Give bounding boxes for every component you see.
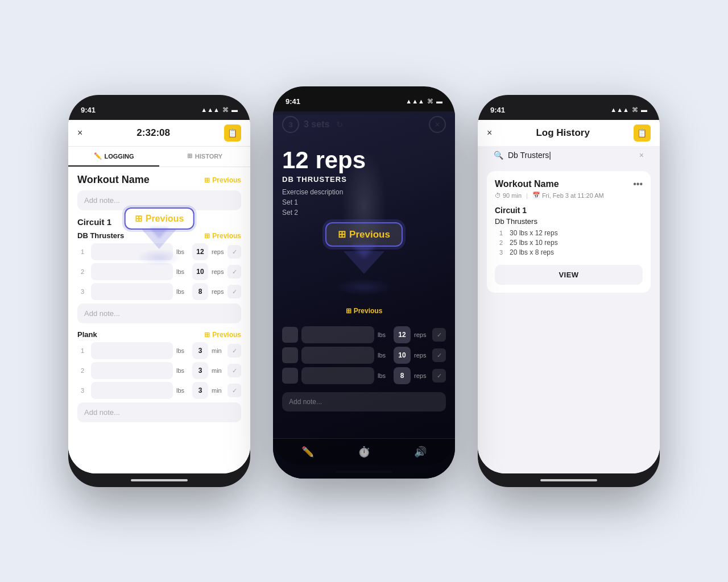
set-indicator <box>282 347 298 363</box>
reps-value-2: 8 <box>394 367 411 384</box>
set-number: 2 <box>77 268 88 275</box>
db-thrusters-add-note[interactable]: Add note... <box>77 304 241 323</box>
grid-icon-small: ⊞ <box>204 176 210 184</box>
check-button-2[interactable]: ✓ <box>432 328 446 342</box>
weight-input[interactable] <box>91 362 173 379</box>
calendar-icon: 📅 <box>532 192 540 199</box>
table-row: 2 lbs 3 min ✓ <box>77 362 241 379</box>
reps-label: 12 reps <box>282 147 446 174</box>
phone-3-header: × Log History 📋 <box>478 120 660 146</box>
table-row: lbs 10 reps ✓ <box>282 347 446 364</box>
log-icon-button[interactable]: 📋 <box>224 124 241 142</box>
menu-dots-button[interactable]: ••• <box>633 179 643 189</box>
phone-2-bottom-bar: ✏️ ⏱️ 🔊 <box>273 438 455 465</box>
phone-2-highlighted-previous-button[interactable]: ⊞ Previous <box>325 222 403 247</box>
phone-2-secondary-previous-label: Previous <box>354 307 383 315</box>
phone-1-time: 9:41 <box>81 106 96 114</box>
unit-reps-2: reps <box>414 352 429 359</box>
exercise-plank-name: Plank <box>77 330 97 339</box>
check-button-2[interactable]: ✓ <box>432 348 446 362</box>
unit-lbs: lbs <box>176 367 189 374</box>
log-icon: 📋 <box>228 128 237 138</box>
close-button-3[interactable]: × <box>487 128 492 138</box>
grid-icon-ex2: ⊞ <box>204 331 210 339</box>
log-icon-3: 📋 <box>637 128 647 138</box>
search-bar[interactable]: 🔍 Db Trusters| × <box>487 146 651 164</box>
exercise-description: Exercise description Set 1 Set 2 <box>282 187 446 218</box>
phone-2-secondary-previous-button[interactable]: ⊞ Previous <box>346 307 383 315</box>
check-button[interactable]: ✓ <box>228 285 241 298</box>
phone-2-content: 12 reps DB THRUSTERS Exercise descriptio… <box>273 138 455 438</box>
unit-lbs-2: lbs <box>378 331 390 338</box>
plank-sets: 1 lbs 3 min ✓ 2 lbs 3 min ✓ <box>77 342 241 399</box>
battery-icon: ▬ <box>231 106 238 113</box>
unit-lbs: lbs <box>176 387 189 394</box>
check-button[interactable]: ✓ <box>228 245 241 259</box>
phone-2-notch <box>330 86 398 102</box>
reps-value: 3 <box>192 342 208 359</box>
plank-add-note[interactable]: Add note... <box>77 402 241 422</box>
phone-1-previous-label: Previous <box>146 214 184 224</box>
reps-value: 8 <box>192 283 208 300</box>
weight-input[interactable] <box>91 283 173 300</box>
workout-previous-button[interactable]: ⊞ Previous <box>204 176 241 184</box>
phone-3-status-icons: ▲▲▲ ⌘ ▬ <box>610 106 647 114</box>
search-clear-button[interactable]: × <box>639 151 644 160</box>
reps-value-2: 10 <box>394 347 411 364</box>
card-header: Workout Name ••• <box>495 179 643 189</box>
tab-history[interactable]: ⊞ HISTORY <box>159 147 250 167</box>
check-button[interactable]: ✓ <box>228 384 241 397</box>
unit-lbs-2: lbs <box>378 352 390 359</box>
wifi-icon-2: ⌘ <box>427 98 433 105</box>
volume-icon[interactable]: 🔊 <box>414 446 427 458</box>
unit-lbs: lbs <box>176 347 189 354</box>
meta-divider: | <box>526 192 528 199</box>
exercise-plank-header: Plank ⊞ Previous <box>77 330 241 339</box>
log-history-card: Workout Name ••• ⏱ 90 min | 📅 Fri, Feb 3… <box>487 171 651 293</box>
check-button-2[interactable]: ✓ <box>432 369 446 383</box>
unit-lbs-2: lbs <box>378 372 390 379</box>
unit-reps-2: reps <box>414 331 429 338</box>
grid-icon: ⊞ <box>187 152 192 160</box>
tab-logging[interactable]: ✏️ LOGGING <box>68 147 159 167</box>
search-input-value[interactable]: Db Trusters| <box>508 151 635 160</box>
grid-icon-highlight-2: ⊞ <box>338 228 346 240</box>
weight-input[interactable] <box>91 342 173 359</box>
grid-icon-highlight: ⊞ <box>135 213 142 224</box>
reps-value: 10 <box>192 263 208 280</box>
plank-previous-button[interactable]: ⊞ Previous <box>204 331 241 339</box>
reps-value: 12 <box>192 243 208 260</box>
set-number: 3 <box>77 387 88 394</box>
phone-2-screen: 3 3 sets ↻ × 12 reps DB THRUSTERS Exerci… <box>273 111 455 465</box>
phone-2-time: 9:41 <box>286 97 300 106</box>
set-detail: 25 lbs x 10 reps <box>510 239 558 247</box>
edit-icon[interactable]: ✏️ <box>301 446 314 458</box>
weight-input-2[interactable] <box>301 326 374 343</box>
search-icon: 🔍 <box>494 151 503 160</box>
desc-line-2: Set 1 <box>282 198 298 206</box>
timer-icon[interactable]: ⏱️ <box>358 446 370 458</box>
tab-logging-label: LOGGING <box>105 153 134 160</box>
close-button[interactable]: × <box>77 128 82 138</box>
signal-icon-2: ▲▲▲ <box>406 98 424 105</box>
battery-icon-3: ▬ <box>641 106 647 113</box>
log-history-title: Log History <box>536 127 589 139</box>
weight-input[interactable] <box>91 382 173 399</box>
log-icon-button-3[interactable]: 📋 <box>634 124 651 142</box>
clock-icon: ⏱ <box>495 192 501 199</box>
view-button[interactable]: VIEW <box>495 265 643 285</box>
phone-1-highlighted-previous-button[interactable]: ⊞ Previous <box>125 207 195 230</box>
table-row: 3 lbs 8 reps ✓ <box>77 283 241 300</box>
workout-previous-label: Previous <box>212 176 241 184</box>
weight-input-2[interactable] <box>301 347 374 364</box>
check-button[interactable]: ✓ <box>228 344 241 357</box>
weight-input-2[interactable] <box>301 367 374 384</box>
check-button[interactable]: ✓ <box>228 364 241 377</box>
db-thrusters-previous-button[interactable]: ⊞ Previous <box>204 232 241 240</box>
table-row: 1 lbs 3 min ✓ <box>77 342 241 359</box>
phone-1: 9:41 ▲▲▲ ⌘ ▬ × 2:32:08 📋 ✏️ LOGGING <box>68 95 250 487</box>
check-button[interactable]: ✓ <box>228 265 241 278</box>
desc-line-3: Set 2 <box>282 209 298 217</box>
phone-2-add-note[interactable]: Add note... <box>282 392 446 411</box>
tab-history-label: HISTORY <box>195 153 222 160</box>
